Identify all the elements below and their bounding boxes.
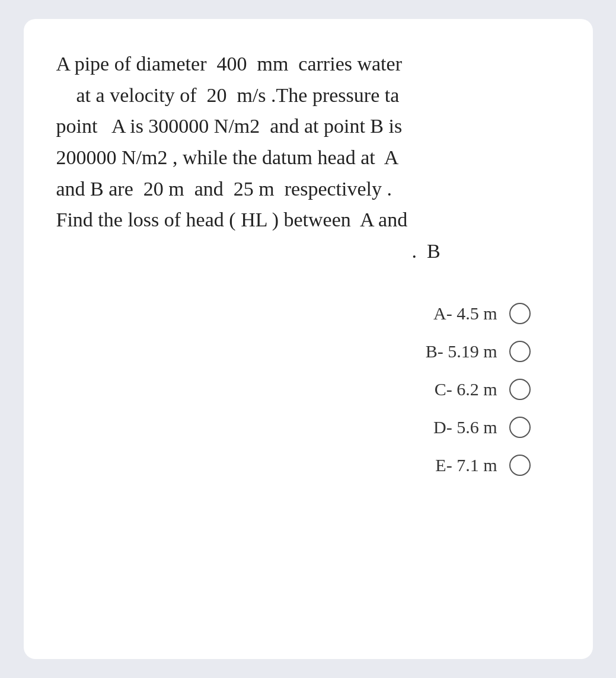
option-row-d: D- 5.6 m: [433, 417, 531, 438]
option-label-d: D- 5.6 m: [433, 417, 497, 437]
radio-option-b[interactable]: [509, 341, 531, 362]
radio-option-e[interactable]: [509, 455, 531, 476]
question-card: A pipe of diameter 400 mm carries water …: [24, 19, 593, 659]
option-label-c: C- 6.2 m: [435, 379, 497, 399]
option-row-b: B- 5.19 m: [426, 341, 531, 362]
option-row-c: C- 6.2 m: [435, 379, 531, 400]
radio-option-c[interactable]: [509, 379, 531, 400]
question-text: A pipe of diameter 400 mm carries water …: [56, 49, 560, 267]
radio-option-d[interactable]: [509, 417, 531, 438]
option-label-b: B- 5.19 m: [426, 341, 497, 362]
radio-option-a[interactable]: [509, 303, 531, 324]
options-section: A- 4.5 m B- 5.19 m C- 6.2 m D- 5.6 m E- …: [56, 303, 560, 476]
option-row-a: A- 4.5 m: [433, 303, 531, 324]
option-label-e: E- 7.1 m: [435, 455, 497, 475]
option-label-a: A- 4.5 m: [433, 303, 497, 324]
option-row-e: E- 7.1 m: [435, 455, 530, 476]
